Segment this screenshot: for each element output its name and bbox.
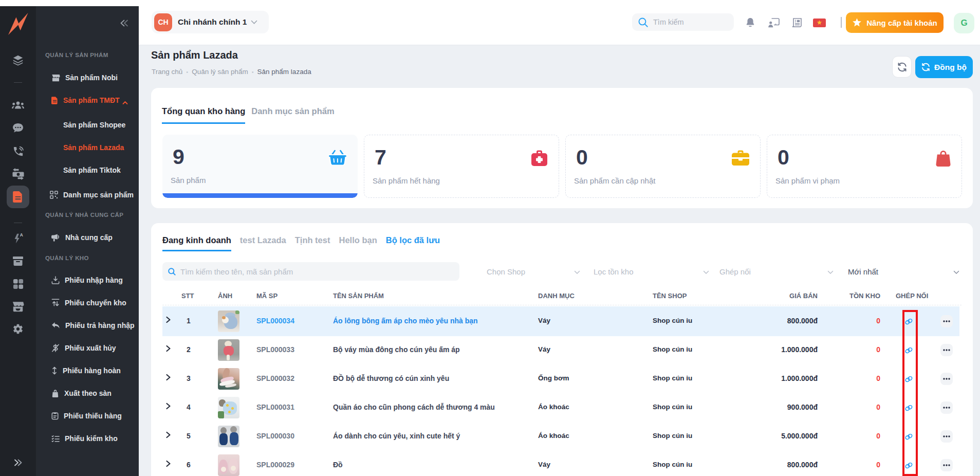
svg-text:A: A bbox=[20, 233, 23, 237]
